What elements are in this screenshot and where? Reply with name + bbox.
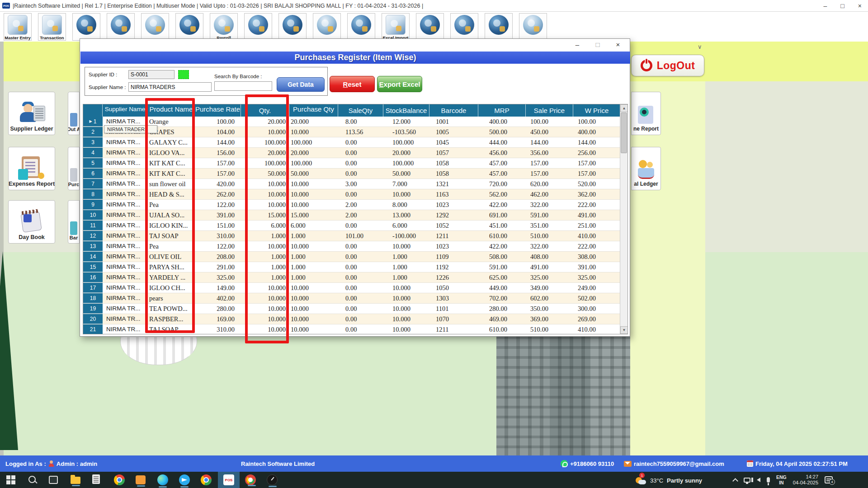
barcode-label: Search By Barcode :: [214, 74, 262, 79]
toolbar-item-messaging[interactable]: [485, 13, 513, 41]
cell-mrp: 702.00: [478, 293, 526, 303]
gauge-app-icon[interactable]: [267, 474, 278, 485]
sidebar-card-clipped[interactable]: Bar: [68, 200, 80, 244]
toolbar-item-utilities[interactable]: [450, 13, 478, 41]
cell-w: 157.00: [573, 158, 621, 168]
sidebar-card-clipped[interactable]: Purc: [68, 147, 80, 190]
notification-icon[interactable]: 4: [825, 476, 833, 483]
sidebar-card-supplier-ledger[interactable]: Supplier Ledger: [8, 92, 55, 135]
toolbar-item-company-settings[interactable]: [72, 13, 100, 41]
column-header-rate[interactable]: Purchase Rate: [195, 104, 241, 117]
toolbar-item-tasks[interactable]: [519, 13, 547, 41]
cell-sale: 491.00: [526, 262, 573, 272]
app-logo-icon: POS: [2, 3, 10, 9]
tray-chevron-icon[interactable]: [732, 478, 738, 484]
cell-pqty: 1.000: [289, 231, 338, 241]
cell-pqty: 1.000: [289, 262, 338, 272]
pos-app-taskbar-button[interactable]: POS: [218, 472, 240, 488]
vertical-scrollbar[interactable]: ▲ ▼: [620, 104, 627, 334]
dialog-maximize-button[interactable]: □: [594, 41, 601, 48]
notepad-icon[interactable]: [92, 474, 100, 484]
column-header-w[interactable]: W Price: [573, 104, 621, 117]
network-icon[interactable]: [744, 478, 750, 483]
edge-icon[interactable]: [157, 474, 168, 485]
export-excel-button[interactable]: Export Excel: [377, 76, 422, 92]
scrollbar-up-icon[interactable]: ▲: [620, 104, 628, 112]
reset-label: R: [343, 80, 348, 88]
taskbar-clock[interactable]: 14:2704-04-2025: [793, 474, 818, 486]
column-header-sale[interactable]: Sale Price: [526, 104, 573, 117]
cell-sqty: 0.00: [338, 158, 383, 168]
cell-stock: 6.000: [383, 221, 429, 230]
report-card-clipped[interactable]: ne Report: [631, 92, 661, 135]
taskbar-search-icon[interactable]: [27, 474, 38, 485]
toolbar-item-payroll[interactable]: Payroll: [210, 13, 238, 41]
column-header-sqty[interactable]: SaleQty: [338, 104, 383, 117]
chrome-icon[interactable]: [201, 474, 212, 485]
dialog-minimize-button[interactable]: –: [574, 41, 581, 48]
toolbar-item-billing[interactable]: [313, 13, 341, 41]
toolbar-item-database[interactable]: [347, 13, 375, 41]
cell-stock: 1.000: [383, 262, 429, 272]
sidebar-card-clipped[interactable]: Out A: [68, 92, 80, 135]
toolbar-item-master-entry[interactable]: Master Entry: [4, 13, 32, 41]
supplier-name-input[interactable]: [128, 82, 212, 92]
maximize-button[interactable]: □: [840, 2, 844, 9]
toolbar-item-excel-import[interactable]: Excel Import: [382, 13, 410, 41]
toolbar-item-transaction[interactable]: Transaction: [38, 13, 66, 41]
cell-sale: 144.00: [526, 137, 573, 147]
orange-app-icon[interactable]: [136, 475, 146, 484]
column-header-pqty[interactable]: Purchase Qty: [289, 104, 338, 117]
row-number: 21: [83, 324, 103, 334]
dialog-close-button[interactable]: ×: [614, 41, 622, 48]
chrome-icon[interactable]: [114, 474, 125, 485]
column-header-bar[interactable]: Barcode: [429, 104, 478, 117]
file-explorer-icon[interactable]: [71, 477, 80, 484]
cell-stock: 20.000: [383, 148, 429, 158]
cell-sup: NIRMA TR...: [103, 293, 148, 303]
toolbar-item-search-item[interactable]: [244, 13, 272, 41]
toolbar-item-mobile-app[interactable]: [416, 13, 444, 41]
start-button[interactable]: [5, 474, 16, 485]
toolbar-item-tools[interactable]: [107, 13, 135, 41]
cell-rate: 149.00: [195, 283, 241, 293]
task-view-icon[interactable]: [49, 476, 58, 484]
barcode-input[interactable]: [214, 81, 272, 91]
dialog-titlebar: – □ ×: [80, 39, 630, 52]
get-data-button[interactable]: Get Data: [277, 77, 325, 92]
cell-bar: 1005: [429, 127, 478, 137]
cell-mrp: 422.00: [478, 241, 526, 251]
row-number: 13: [83, 241, 103, 251]
cell-stock: 7.000: [383, 179, 429, 189]
microphone-icon[interactable]: [767, 477, 770, 483]
toolbar-item-reports[interactable]: [278, 13, 307, 41]
column-header-mrp[interactable]: MRP: [478, 104, 526, 117]
logged-in-user: Admin : admin: [57, 460, 97, 467]
weather-widget[interactable]: 1 33°C Partly sunny: [635, 474, 725, 487]
cell-pqty: 15.000: [289, 210, 338, 220]
scrollbar-down-icon[interactable]: ▼: [620, 326, 628, 334]
close-button[interactable]: ×: [858, 2, 862, 9]
language-indicator[interactable]: ENGIN: [776, 474, 787, 485]
telegram-icon[interactable]: [179, 474, 190, 485]
column-header-stock[interactable]: StockBalance: [383, 104, 429, 117]
chrome-profile-icon[interactable]: [245, 474, 256, 485]
toolbar-item-bank[interactable]: [175, 13, 203, 41]
chevron-down-icon[interactable]: ∨: [698, 43, 702, 50]
scrollbar-thumb[interactable]: [621, 113, 627, 153]
ledger-card-clipped[interactable]: al Ledger: [631, 147, 661, 190]
row-number: 19: [83, 304, 103, 314]
supplier-id-input[interactable]: [128, 70, 175, 79]
cell-sqty: 0.00: [338, 293, 383, 303]
reset-button[interactable]: Reset: [330, 76, 375, 92]
minimize-button[interactable]: –: [824, 2, 827, 9]
sidebar-card-expenses-report[interactable]: Expenses Report: [8, 147, 55, 190]
column-header-sup[interactable]: Supplier Name: [103, 104, 148, 117]
logout-button[interactable]: LogOut: [631, 55, 704, 76]
toolbar-item-store[interactable]: [141, 13, 169, 41]
statusbar-email: raintech7559059967@gmail.com: [634, 460, 724, 467]
app-title-text: |Raintech Software Limited | Rel 1.7 | E…: [13, 3, 423, 9]
speaker-icon[interactable]: [757, 478, 760, 482]
sidebar-card-day-book[interactable]: Day Book: [8, 200, 55, 244]
cell-sale: 100.00: [526, 117, 573, 127]
